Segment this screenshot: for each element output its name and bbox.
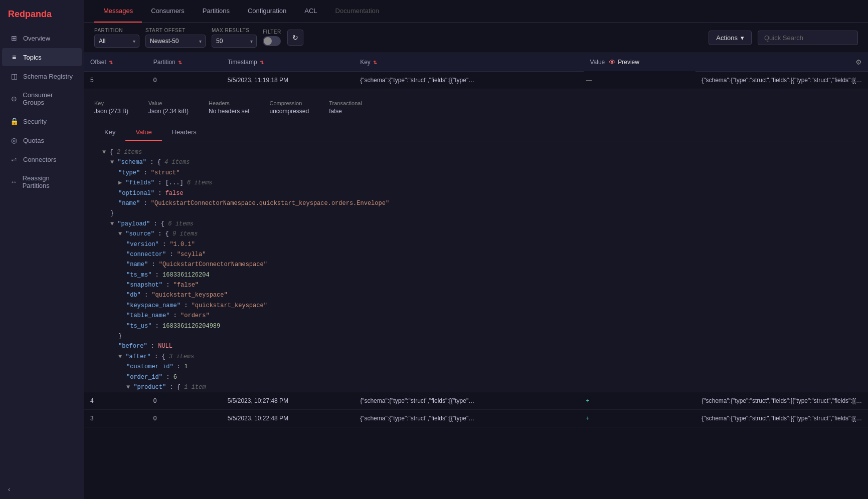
start-offset-label: START OFFSET bbox=[145, 28, 206, 33]
json-line: ▼ "payload" : { 6 items bbox=[102, 219, 850, 229]
sidebar-item-reassign-partitions[interactable]: ↔ Reassign Partitions bbox=[2, 169, 82, 194]
json-line: "order_id" : 6 bbox=[102, 372, 850, 382]
app-logo[interactable]: Redpanda bbox=[0, 0, 84, 29]
cell-key: {"schema":{"type":"struct","fields":[{"t… bbox=[354, 72, 584, 89]
meta-key-value: Json (273 B) bbox=[94, 108, 128, 115]
expand-icon[interactable]: ▼ bbox=[126, 384, 130, 391]
meta-key: Key Json (273 B) bbox=[94, 100, 128, 115]
json-line: "ts_us" : 1683361126204989 bbox=[102, 321, 850, 331]
cell-offset: 4 bbox=[84, 392, 147, 410]
table-row[interactable]: 5 0 5/5/2023, 11:19:18 PM {"schema":{"ty… bbox=[84, 72, 868, 89]
tab-messages[interactable]: Messages bbox=[94, 0, 142, 23]
toolbar: PARTITION All012 START OFFSET Newest-50O… bbox=[84, 23, 868, 53]
table-settings-icon[interactable]: ⚙ bbox=[855, 58, 862, 66]
sidebar-item-consumer-groups[interactable]: ⊙ Consumer Groups bbox=[2, 86, 82, 111]
filter-label: FILTER bbox=[263, 29, 281, 35]
cell-key: {"schema":{"type":"struct","fields":[{"t… bbox=[354, 392, 584, 410]
expand-icon[interactable]: ▶ bbox=[118, 179, 122, 186]
partition-select[interactable]: All012 bbox=[94, 35, 139, 48]
expanded-content: Key Json (273 B) Value Json (2.34 kiB) H… bbox=[84, 89, 868, 392]
tab-partitions[interactable]: Partitions bbox=[194, 0, 239, 23]
json-line: "snapshot" : "false" bbox=[102, 280, 850, 290]
json-line: ▼ "schema" : { 4 items bbox=[102, 157, 850, 167]
expand-icon[interactable]: ▼ bbox=[118, 230, 122, 237]
sidebar-item-schema-registry[interactable]: ◫ Schema Registry bbox=[2, 67, 82, 85]
tab-documentation[interactable]: Documentation bbox=[326, 0, 388, 23]
sub-tab-key[interactable]: Key bbox=[94, 124, 125, 141]
th-offset: Offset ⇅ bbox=[84, 53, 147, 72]
partition-sort-icon: ⇅ bbox=[178, 60, 182, 65]
refresh-button[interactable]: ↻ bbox=[287, 30, 303, 46]
json-line: ▼ "product" : { 1 item bbox=[102, 382, 850, 392]
sidebar-item-label: Topics bbox=[23, 54, 42, 61]
key-sort-icon: ⇅ bbox=[373, 60, 377, 65]
json-line: ▼ "after" : { 3 items bbox=[102, 352, 850, 362]
cell-partition: 0 bbox=[147, 72, 222, 89]
preview-button[interactable]: 👁 Preview bbox=[609, 58, 639, 66]
th-partition: Partition ⇅ bbox=[147, 53, 222, 72]
sub-tabs: Key Value Headers bbox=[94, 124, 858, 141]
meta-compression: Compression uncompressed bbox=[269, 100, 309, 115]
sub-tab-headers[interactable]: Headers bbox=[162, 124, 207, 141]
expanded-row: Key Json (273 B) Value Json (2.34 kiB) H… bbox=[84, 89, 868, 392]
start-offset-select[interactable]: Newest-50OldestLatest bbox=[145, 35, 206, 48]
json-line: } bbox=[102, 208, 850, 218]
sidebar: Redpanda ⊞ Overview ≡ Topics ◫ Schema Re… bbox=[0, 0, 84, 499]
json-line: "optional" : false bbox=[102, 188, 850, 198]
table-header-row: Offset ⇅ Partition ⇅ Timestamp ⇅ Key ⇅ bbox=[84, 53, 868, 72]
sidebar-item-security[interactable]: 🔒 Security bbox=[2, 112, 82, 130]
sidebar-item-connectors[interactable]: ⇌ Connectors bbox=[2, 150, 82, 168]
filter-toggle[interactable] bbox=[263, 36, 281, 46]
json-line: ▼ { 2 items bbox=[102, 147, 850, 157]
json-line: "name" : "QuickstartConnectorNamespace.q… bbox=[102, 198, 850, 208]
sub-tab-value[interactable]: Value bbox=[125, 124, 161, 141]
cell-value: {"schema":{"type":"struct","fields":[{"t… bbox=[696, 392, 868, 410]
partition-select-wrapper: All012 bbox=[94, 35, 139, 48]
tab-configuration[interactable]: Configuration bbox=[239, 0, 295, 23]
th-timestamp: Timestamp ⇅ bbox=[222, 53, 354, 72]
meta-value: Value Json (2.34 kiB) bbox=[148, 100, 189, 115]
json-line: "db" : "quickstart_keyspace" bbox=[102, 290, 850, 300]
sidebar-item-label: Connectors bbox=[23, 156, 56, 163]
meta-value-label: Value bbox=[148, 100, 189, 106]
sidebar-item-quotas[interactable]: ◎ Quotas bbox=[2, 131, 82, 149]
meta-compression-label: Compression bbox=[269, 100, 309, 106]
tab-consumers[interactable]: Consumers bbox=[142, 0, 193, 23]
expand-icon[interactable]: ▼ bbox=[118, 353, 122, 360]
expand-icon[interactable]: ▼ bbox=[102, 149, 106, 156]
expand-icon[interactable]: ▼ bbox=[110, 220, 114, 227]
tab-acl[interactable]: ACL bbox=[295, 0, 326, 23]
meta-key-label: Key bbox=[94, 100, 128, 106]
sidebar-item-label: Reassign Partitions bbox=[23, 174, 74, 189]
table-row[interactable]: 4 0 5/5/2023, 10:27:48 PM {"schema":{"ty… bbox=[84, 392, 868, 410]
messages-table: Offset ⇅ Partition ⇅ Timestamp ⇅ Key ⇅ bbox=[84, 53, 868, 427]
json-line: "version" : "1.0.1" bbox=[102, 239, 850, 250]
max-results-filter-group: MAX RESULTS 501025100 bbox=[212, 28, 257, 48]
cell-value: {"schema":{"type":"struct","fields":[{"t… bbox=[696, 410, 868, 427]
sidebar-item-topics[interactable]: ≡ Topics bbox=[2, 48, 82, 66]
sidebar-collapse-button[interactable]: ‹ bbox=[0, 479, 84, 499]
refresh-icon: ↻ bbox=[292, 34, 298, 42]
main-content: Messages Consumers Partitions Configurat… bbox=[84, 0, 868, 499]
json-line: ▼ "source" : { 9 items bbox=[102, 229, 850, 239]
json-line: "type" : "struct" bbox=[102, 168, 850, 178]
sidebar-item-label: Quotas bbox=[23, 137, 44, 144]
expand-icon[interactable]: ▼ bbox=[110, 159, 114, 166]
meta-headers: Headers No headers set bbox=[209, 100, 249, 115]
sidebar-item-label: Schema Registry bbox=[23, 73, 73, 80]
start-offset-select-wrapper: Newest-50OldestLatest bbox=[145, 35, 206, 48]
cell-offset: 3 bbox=[84, 410, 147, 427]
main-tabs: Messages Consumers Partitions Configurat… bbox=[84, 0, 868, 23]
max-results-select[interactable]: 501025100 bbox=[212, 35, 257, 48]
filter-group: FILTER bbox=[263, 29, 281, 46]
meta-headers-value: No headers set bbox=[209, 108, 249, 115]
json-line: "connector" : "scylla" bbox=[102, 250, 850, 260]
consumer-groups-icon: ⊙ bbox=[10, 95, 18, 103]
quick-search-input[interactable] bbox=[758, 31, 858, 45]
json-line: "name" : "QuickstartConnectorNamespace" bbox=[102, 260, 850, 270]
actions-button[interactable]: Actions ▾ bbox=[709, 31, 752, 45]
expanded-meta: Key Json (273 B) Value Json (2.34 kiB) H… bbox=[94, 95, 858, 120]
sidebar-item-overview[interactable]: ⊞ Overview bbox=[2, 29, 82, 47]
table-row[interactable]: 3 0 5/5/2023, 10:22:48 PM {"schema":{"ty… bbox=[84, 410, 868, 427]
cell-separator: — bbox=[584, 72, 696, 89]
